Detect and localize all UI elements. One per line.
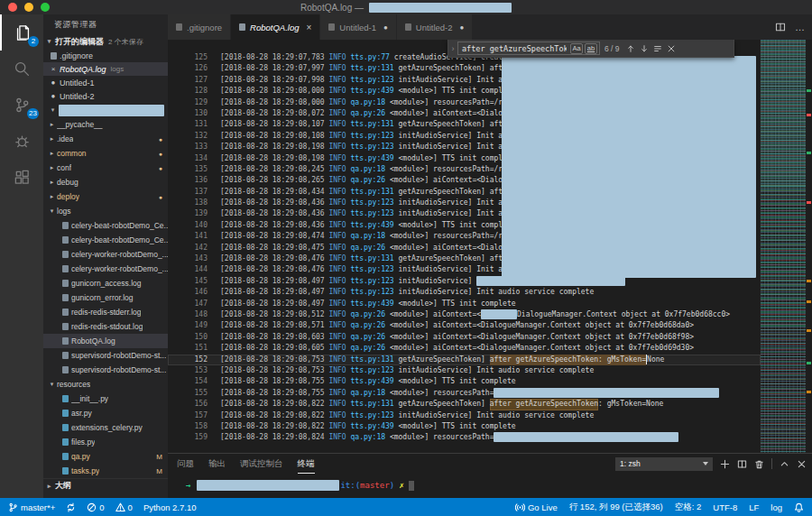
kill-terminal-button[interactable] [754, 459, 764, 469]
toggle-replace-icon[interactable]: › [448, 40, 457, 57]
split-editor-icon[interactable] [775, 22, 786, 32]
tree-folder-deploy[interactable]: ▸deploy● [43, 189, 168, 204]
tab-untitled-2[interactable]: Untitled-2● [397, 14, 474, 40]
close-find-button[interactable] [665, 41, 678, 56]
status-python-version[interactable]: Python 2.7.10 [143, 498, 198, 516]
tree-file-asr-py[interactable]: asr.py [43, 406, 168, 420]
tab-gitignore[interactable]: .gitignore [168, 14, 231, 40]
open-editors-header[interactable]: ▾ 打开的编辑器 2 个未保存 [43, 34, 168, 49]
outline-section-header[interactable]: ▸ 大纲 [43, 478, 168, 493]
code-line[interactable]: 149[2018-08-28 18:29:08,571 INFO qa.py:2… [168, 320, 761, 331]
code-line[interactable]: 157[2018-08-28 18:29:08,822 INFO tts.py:… [168, 410, 761, 421]
log-message: getAzureSpeechToken] [399, 399, 490, 410]
tree-file-celery-worker-robotdemo[interactable]: celery-worker-robotDemo_... [43, 247, 168, 262]
find-in-selection-button[interactable] [651, 41, 665, 56]
code-line[interactable]: 148[2018-08-28 18:29:08,512 INFO qa.py:2… [168, 309, 761, 320]
status-language-mode[interactable]: log [770, 498, 783, 516]
tree-file-redis-redis-stderr-log[interactable]: redis-redis-stderr.log [43, 305, 168, 319]
code-line[interactable]: 153[2018-08-28 18:29:08,753 INFO tts.py:… [168, 365, 761, 376]
workspace-root-folder[interactable]: ▾ [43, 103, 168, 117]
tree-file-gunicorn-error-log[interactable]: gunicorn_error.log [43, 290, 168, 305]
status-branch[interactable]: master*+ [7, 498, 56, 516]
close-icon[interactable]: × [48, 65, 59, 73]
previous-match-button[interactable] [624, 41, 638, 56]
redaction-box [369, 3, 512, 13]
panel-tab-bar: 问题输出调试控制台终端 1: zsh [168, 454, 812, 474]
code-line[interactable]: 151[2018-08-28 18:29:08,605 INFO qa.py:2… [168, 343, 761, 354]
code-line[interactable]: 155[2018-08-28 18:29:08,755 INFO qa.py:1… [168, 388, 761, 399]
terminal[interactable]: → it:(master) ✗ [168, 474, 812, 491]
status-errors[interactable]: 0 [86, 498, 105, 516]
code-line[interactable]: 147[2018-08-28 18:29:08,497 INFO tts.py:… [168, 299, 761, 309]
tree-folder-conf[interactable]: ▸conf● [43, 161, 168, 175]
panel-tab-item[interactable]: 终端 [298, 454, 315, 474]
status-go-live[interactable]: Go Live [514, 498, 558, 516]
panel-tab-item[interactable]: 输出 [208, 454, 226, 474]
tree-file-redis-redis-stdout-log[interactable]: redis-redis-stdout.log [43, 319, 168, 334]
tab-untitled-1[interactable]: Untitled-1● [320, 14, 397, 40]
status-eol[interactable]: LF [748, 498, 760, 516]
status-cursor-position[interactable]: 行 152, 列 99 (已选择36) [568, 498, 664, 516]
close-panel-button[interactable] [797, 459, 807, 469]
timestamp: [2018-08-28 18:29:08,497 [220, 287, 325, 298]
close-icon[interactable]: × [307, 23, 312, 32]
activity-item-explorer[interactable]: 2 [0, 14, 43, 51]
panel-tab-item[interactable]: 调试控制台 [240, 454, 283, 474]
more-actions-icon[interactable]: … [795, 23, 805, 32]
code-line[interactable]: 154[2018-08-28 18:29:08,755 INFO tts.py:… [168, 376, 761, 387]
activity-item-debug[interactable] [0, 123, 43, 159]
tree-folder-debug[interactable]: ▸debug [43, 175, 168, 189]
activity-item-search[interactable] [0, 51, 43, 87]
tab-robotqa-log[interactable]: RobotQA.log× [231, 14, 320, 40]
maximize-panel-button[interactable] [780, 459, 789, 469]
tree-folder-pycache[interactable]: ▸__pycache__ [43, 117, 168, 132]
status-notifications[interactable] [793, 498, 805, 516]
open-editor-item[interactable]: .gitignore [43, 49, 168, 62]
overview-ruler[interactable] [806, 40, 812, 453]
next-match-button[interactable] [638, 41, 651, 56]
log-level: INFO [328, 52, 346, 63]
log-message: <module>] TTS init complete [399, 299, 516, 309]
tree-file-celery-worker-robotdemo[interactable]: celery-worker-robotDemo_... [43, 262, 168, 276]
tree-file-files-py[interactable]: files.py [43, 435, 168, 449]
tree-file-qa-py[interactable]: qa.pyM [43, 449, 168, 464]
code-line[interactable]: 150[2018-08-28 18:29:08,603 INFO qa.py:2… [168, 332, 761, 343]
code-line[interactable]: 158[2018-08-28 18:29:08,822 INFO tts.py:… [168, 421, 761, 432]
new-terminal-button[interactable] [720, 459, 730, 469]
tree-file-tasks-py[interactable]: tasks.pyM [43, 464, 168, 478]
tree-file-extensions-celery-py[interactable]: extensions_celery.py [43, 420, 168, 435]
tree-file-celery-beat-robotdemo-ce[interactable]: celery-beat-robotDemo_Ce... [43, 233, 168, 247]
tree-folder-idea[interactable]: ▸.idea● [43, 132, 168, 146]
tree-file-robotqa-log[interactable]: RobotQA.log [43, 334, 168, 348]
activity-item-extensions[interactable] [0, 159, 43, 195]
status-warnings[interactable]: 0 [115, 498, 134, 516]
tree-file-gunicorn-access-log[interactable]: gunicorn_access.log [43, 276, 168, 290]
open-editor-item[interactable]: ×RobotQA.loglogs [43, 62, 168, 76]
panel-tab-item[interactable]: 问题 [177, 454, 194, 474]
open-editor-item[interactable]: ●Untitled-1 [43, 76, 168, 89]
find-input[interactable] [460, 44, 568, 53]
activity-item-source-control[interactable]: 23 [0, 87, 43, 123]
terminal-select[interactable]: 1: zsh [615, 457, 713, 471]
status-indentation[interactable]: 空格: 2 [674, 498, 703, 516]
tree-file-supervisord-robotdemo-st[interactable]: supervisord-robotDemo-st... [43, 363, 168, 377]
editor: 125[2018-08-28 18:29:07,783 INFO tts.py:… [168, 40, 812, 453]
match-case-toggle[interactable]: Aa [570, 43, 583, 54]
whole-word-toggle[interactable]: ab [585, 43, 597, 54]
open-editor-item[interactable]: ●Untitled-2 [43, 89, 168, 103]
split-terminal-button[interactable] [737, 459, 747, 469]
tree-folder-logs[interactable]: ▾logs [43, 204, 168, 218]
tree-file-init-py[interactable]: __init__.py [43, 392, 168, 406]
minimap[interactable] [761, 40, 806, 453]
code-line[interactable]: 159[2018-08-28 18:29:08,824 INFO qa.py:1… [168, 432, 761, 443]
code-line[interactable]: 146[2018-08-28 18:29:08,497 INFO tts.py:… [168, 287, 761, 298]
timestamp: [2018-08-28 18:29:08,497 [220, 299, 325, 309]
tree-folder-common[interactable]: ▸common● [43, 146, 168, 161]
tree-folder-resources[interactable]: ▾resources [43, 377, 168, 392]
status-encoding[interactable]: UTF-8 [712, 498, 738, 516]
tree-file-supervisord-robotdemo-st[interactable]: supervisord-robotDemo-st... [43, 348, 168, 363]
code-line[interactable]: 156[2018-08-28 18:29:08,822 INFO tts.py:… [168, 399, 761, 410]
code-line[interactable]: 152[2018-08-28 18:29:08,753 INFO tts.py:… [168, 355, 761, 365]
status-sync[interactable] [65, 498, 77, 516]
tree-file-celery-beat-robotdemo-ce[interactable]: celery-beat-robotDemo_Ce... [43, 218, 168, 233]
